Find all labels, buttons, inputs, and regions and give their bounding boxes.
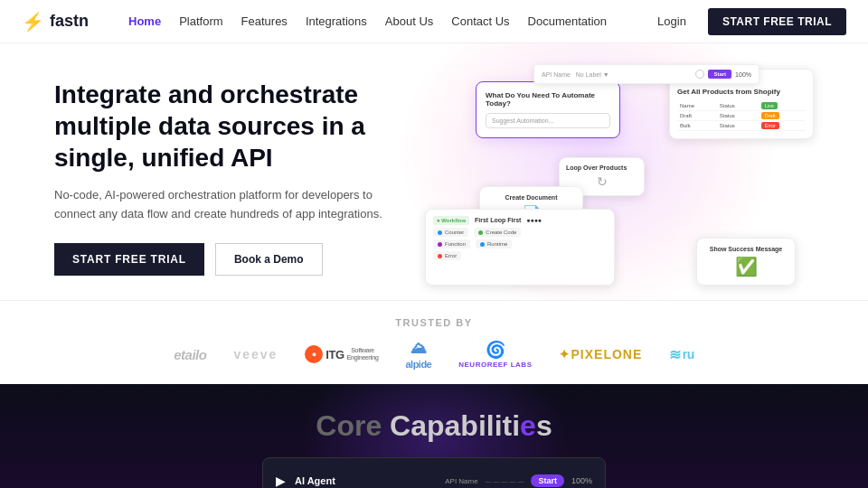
trusted-section: TRUSTED BY etailo veeve ● ITG SoftwareEn… (0, 300, 868, 384)
core-bar-right: API Name — — — — — Start 100% (445, 474, 592, 487)
pixelone-text: ✦PIXELONE (559, 347, 642, 361)
topbar-start-button[interactable]: Start (708, 70, 731, 79)
trusted-logos: etailo veeve ● ITG SoftwareEngineering ⛰… (0, 339, 868, 370)
shopify-row-status: Status (717, 101, 759, 111)
mockup-flow-card: ● Workflow First Loop First ●●●● Counter… (425, 209, 615, 286)
shopify-row-name: Bulk (677, 121, 717, 131)
flow-row: Error (433, 251, 607, 260)
book-demo-button[interactable]: Book a Demo (215, 243, 323, 276)
logo-ru: ≋ru (669, 346, 694, 363)
shopify-row-name: Draft (677, 111, 717, 121)
flow-tag: Counter (433, 228, 468, 237)
core-api-label: API Name (445, 477, 477, 485)
shopify-row-badge: Draft (759, 111, 806, 121)
flow-row: Counter Create Code (433, 228, 607, 237)
hero-buttons: START FREE TRIAL Book a Demo (54, 243, 398, 276)
core-title: Core Capabilities (0, 409, 868, 443)
logo-text: fastn (50, 12, 89, 31)
loop-title: Loop Over Products (566, 164, 637, 171)
topbar-api-label: API Name No Label ▼ (542, 71, 609, 78)
topbar-controls: Start 100% (695, 70, 751, 79)
topbar-pct: 100% (735, 71, 751, 78)
shopify-row-name: Name (677, 101, 717, 111)
logo-itg: ● ITG SoftwareEngineering (305, 345, 378, 363)
itg-circle: ● (305, 345, 323, 363)
mockup-topbar: API Name No Label ▼ Start 100% (533, 64, 760, 84)
nav-docs[interactable]: Documentation (528, 14, 607, 28)
nav-home[interactable]: Home (128, 14, 161, 28)
nav-cta-button[interactable]: START FREE TRIAL (708, 8, 846, 35)
core-title-end: s (536, 409, 552, 442)
trusted-label: TRUSTED BY (0, 317, 868, 328)
success-check-icon: ✅ (704, 256, 788, 277)
nav-links: Home Platform Features Integrations Abou… (128, 14, 607, 28)
start-trial-button[interactable]: START FREE TRIAL (54, 243, 204, 276)
logo-etailo: etailo (174, 347, 206, 362)
success-title: Show Success Message (704, 246, 788, 252)
shopify-title: Get All Products from Shopify (677, 88, 806, 96)
itg-text: ITG (326, 348, 344, 361)
alpide-text: alpide (405, 359, 431, 370)
core-bar-play-icon: ▶ (276, 474, 286, 488)
core-mockup-bar: ▶ AI Agent API Name — — — — — Start 100% (262, 457, 606, 488)
flow-tag: Function (433, 239, 470, 249)
ru-text: ≋ru (669, 346, 694, 363)
logo[interactable]: ⚡ fastn (22, 11, 89, 33)
nav-integrations[interactable]: Integrations (306, 14, 367, 28)
logo-veeve: veeve (233, 347, 278, 361)
itg-sub: SoftwareEngineering (347, 347, 379, 362)
core-bar-ai-label: AI Agent (295, 475, 335, 486)
neuro-container: 🌀 NEUROREEF LABS (458, 340, 532, 369)
createdoc-title: Create Document (487, 194, 575, 201)
flow-row: Function Runtime (433, 239, 607, 249)
neuro-text: NEUROREEF LABS (458, 361, 532, 369)
shopify-row-status: Status (717, 121, 759, 131)
table-row: Bulk Status Error (677, 121, 806, 131)
logo-alpide: ⛰ alpide (405, 339, 431, 370)
nav-features[interactable]: Features (241, 14, 288, 28)
alpide-icon: ⛰ (410, 339, 427, 358)
flow-tag: Runtime (476, 239, 512, 249)
flow-tag: Create Code (474, 228, 521, 237)
topbar-dot (695, 70, 704, 79)
nav-actions: Login START FREE TRIAL (646, 8, 846, 35)
nav-platform[interactable]: Platform (179, 14, 222, 28)
shopify-row-status: Status (717, 111, 759, 121)
core-api-val: — — — — — (486, 478, 524, 484)
logo-pixelone: ✦PIXELONE (559, 347, 642, 361)
prompt-input[interactable]: Suggest Automation... (486, 113, 610, 128)
core-title-part2: Capabiliti (390, 409, 520, 442)
table-row: Draft Status Draft (677, 111, 806, 121)
etailo-text: etailo (174, 347, 206, 362)
shopify-row-badge: Error (759, 121, 806, 131)
shopify-table: Name Status Live Draft Status Draft Bulk… (677, 101, 806, 131)
nav-contact[interactable]: Contact Us (451, 14, 509, 28)
core-section: Core Capabilities ▶ AI Agent API Name — … (0, 384, 868, 488)
core-title-space (382, 409, 390, 442)
core-title-part1: Core (316, 409, 382, 442)
navbar: ⚡ fastn Home Platform Features Integrati… (0, 0, 868, 43)
nav-about[interactable]: About Us (385, 14, 433, 28)
mockup-success-card: Show Success Message ✅ (696, 238, 796, 286)
flow-tag: Error (433, 251, 461, 260)
hero-title: Integrate and orchestrate multiple data … (54, 79, 398, 174)
neuro-icon: 🌀 (486, 340, 505, 360)
hero-section: Integrate and orchestrate multiple data … (0, 43, 868, 300)
veeve-text: veeve (233, 347, 278, 361)
logo-icon: ⚡ (22, 11, 44, 33)
hero-left: Integrate and orchestrate multiple data … (54, 79, 398, 277)
alpide-container: ⛰ alpide (405, 339, 431, 370)
prompt-title: What Do You Need To Automate Today? (486, 91, 610, 108)
core-title-highlight: e (520, 409, 536, 442)
ru-tilde: ≋ (669, 346, 681, 363)
core-start-pill[interactable]: Start (531, 474, 564, 487)
flow-header: ● Workflow First Loop First ●●●● (433, 217, 607, 223)
login-button[interactable]: Login (646, 9, 697, 33)
logo-neuro: 🌀 NEUROREEF LABS (458, 340, 532, 369)
core-pct: 100% (571, 476, 592, 485)
hero-description: No-code, AI-powered orchestration platfo… (54, 186, 398, 224)
table-row: Name Status Live (677, 101, 806, 111)
shopify-row-badge: Live (759, 101, 806, 111)
itg-container: ● ITG SoftwareEngineering (305, 345, 378, 363)
flow-items: Counter Create Code Function Runtime Err… (433, 228, 607, 260)
